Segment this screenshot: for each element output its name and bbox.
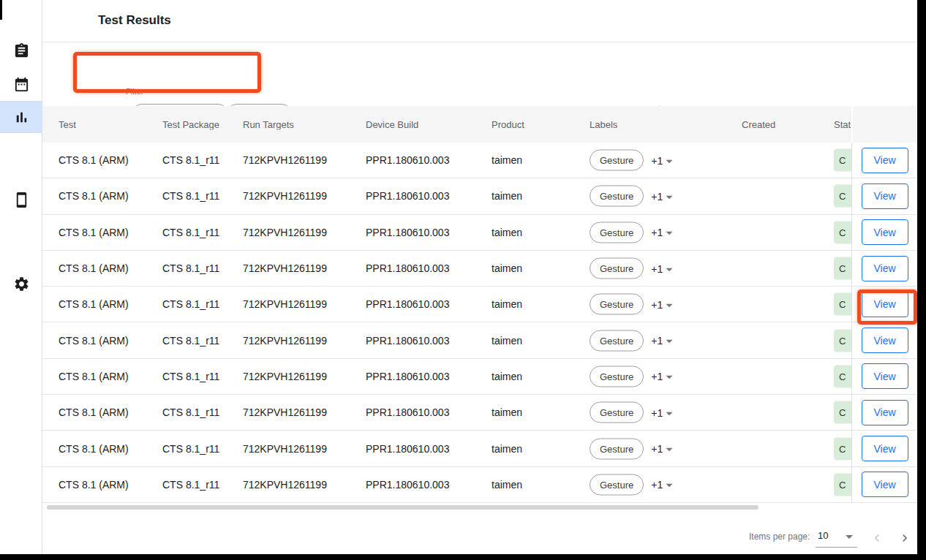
filter-toolbar: Filter CTS 8.1 (ARM) Gesture Status	[42, 42, 917, 106]
cell-labels: Gesture +1	[590, 294, 673, 315]
view-button[interactable]: View	[862, 256, 908, 281]
cell-test-package: CTS 8.1_r11	[162, 262, 219, 274]
view-column: View View View View View View View	[852, 143, 917, 503]
view-button[interactable]: View	[862, 292, 908, 317]
label-chip[interactable]: Gesture	[590, 150, 644, 171]
sidebar-item-test-results[interactable]	[0, 101, 42, 133]
view-button[interactable]: View	[862, 219, 908, 245]
table-row: CTS 8.1 (ARM) CTS 8.1_r11 712KPVH1261199…	[42, 287, 851, 322]
more-labels-dropdown[interactable]: +1	[651, 371, 673, 382]
next-page-button[interactable]	[897, 530, 913, 546]
previous-page-button[interactable]	[869, 530, 885, 546]
status-chip-truncated: C	[834, 221, 851, 243]
cell-product: taimen	[492, 371, 522, 382]
label-chip[interactable]: Gesture	[590, 474, 644, 495]
more-labels-count: +1	[651, 298, 663, 310]
cell-labels: Gesture +1	[590, 258, 673, 279]
label-chip[interactable]: Gesture	[590, 366, 644, 387]
more-labels-count: +1	[651, 406, 663, 418]
cell-device-build: PPR1.180610.003	[366, 227, 449, 238]
more-labels-dropdown[interactable]: +1	[651, 443, 673, 455]
more-labels-count: +1	[651, 443, 663, 455]
view-button[interactable]: View	[862, 436, 908, 461]
cell-test-package: CTS 8.1_r11	[162, 298, 219, 310]
more-labels-dropdown[interactable]: +1	[651, 335, 673, 347]
label-chip[interactable]: Gesture	[590, 222, 644, 243]
view-button[interactable]: View	[862, 148, 908, 173]
sidebar-item-test-plans[interactable]	[0, 34, 42, 67]
more-labels-count: +1	[651, 335, 663, 347]
status-chip-truncated: C	[834, 401, 851, 424]
label-chip[interactable]: Gesture	[590, 330, 644, 351]
view-button[interactable]: View	[862, 400, 908, 425]
cell-labels: Gesture +1	[590, 330, 673, 351]
screen-edge	[0, 554, 926, 560]
view-cell: View	[852, 322, 917, 358]
cell-run-targets: 712KPVH1261199	[243, 406, 327, 418]
cell-device-build: PPR1.180610.003	[366, 190, 449, 202]
cell-labels: Gesture +1	[590, 186, 673, 207]
table-row: CTS 8.1 (ARM) CTS 8.1_r11 712KPVH1261199…	[42, 431, 851, 466]
cell-status: C	[834, 365, 851, 387]
view-button[interactable]: View	[862, 328, 908, 353]
column-header-run-targets: Run Targets	[243, 119, 294, 130]
horizontal-scrollbar[interactable]	[47, 505, 759, 510]
cell-test: CTS 8.1 (ARM)	[59, 443, 129, 455]
cell-device-build: PPR1.180610.003	[366, 371, 449, 382]
label-chip[interactable]: Gesture	[590, 438, 644, 459]
cell-product: taimen	[492, 227, 522, 238]
chevron-down-icon	[666, 304, 673, 308]
cell-test: CTS 8.1 (ARM)	[59, 227, 129, 238]
cell-test-package: CTS 8.1_r11	[162, 190, 219, 202]
table-row: CTS 8.1 (ARM) CTS 8.1_r11 712KPVH1261199…	[42, 395, 851, 431]
sidebar-item-schedules[interactable]	[0, 68, 42, 100]
filter-field-label: Filter	[126, 87, 143, 96]
column-header-test-package: Test Package	[162, 119, 219, 130]
more-labels-dropdown[interactable]: +1	[651, 190, 673, 202]
chevron-down-icon	[666, 268, 673, 271]
status-chip-truncated: C	[834, 329, 851, 352]
more-labels-dropdown[interactable]: +1	[651, 262, 673, 274]
view-cell: View	[852, 143, 917, 178]
view-cell: View	[852, 178, 917, 214]
cell-test-package: CTS 8.1_r11	[162, 406, 219, 418]
label-chip[interactable]: Gesture	[590, 186, 644, 207]
chevron-down-icon	[666, 376, 673, 379]
view-button[interactable]: View	[862, 183, 908, 209]
more-labels-count: +1	[651, 227, 663, 238]
sidebar-item-settings[interactable]	[0, 268, 42, 300]
cell-device-build: PPR1.180610.003	[366, 298, 449, 310]
more-labels-dropdown[interactable]: +1	[651, 227, 673, 238]
cell-status: C	[834, 221, 851, 243]
view-button[interactable]: View	[862, 472, 908, 497]
cell-labels: Gesture +1	[590, 402, 673, 423]
view-cell: View	[852, 431, 917, 466]
more-labels-dropdown[interactable]: +1	[651, 479, 673, 491]
cell-test-package: CTS 8.1_r11	[162, 154, 219, 166]
table-row: CTS 8.1 (ARM) CTS 8.1_r11 712KPVH1261199…	[42, 251, 851, 287]
label-chip[interactable]: Gesture	[590, 258, 644, 279]
label-chip[interactable]: Gesture	[590, 294, 644, 315]
status-chip-truncated: C	[834, 293, 851, 316]
cell-run-targets: 712KPVH1261199	[243, 443, 327, 455]
cell-status: C	[834, 329, 851, 352]
table-row: CTS 8.1 (ARM) CTS 8.1_r11 712KPVH1261199…	[42, 143, 851, 178]
cell-run-targets: 712KPVH1261199	[243, 262, 327, 274]
more-labels-count: +1	[651, 190, 663, 202]
chevron-down-icon	[666, 412, 673, 415]
column-header-labels: Labels	[590, 119, 617, 130]
more-labels-dropdown[interactable]: +1	[651, 154, 673, 166]
cell-status: C	[834, 257, 851, 280]
status-chip-truncated: C	[834, 437, 851, 460]
items-per-page-select[interactable]: 10	[816, 529, 858, 548]
view-cell: View	[852, 287, 917, 322]
more-labels-count: +1	[651, 479, 663, 491]
cell-test: CTS 8.1 (ARM)	[59, 371, 129, 382]
more-labels-dropdown[interactable]: +1	[651, 298, 673, 310]
view-button[interactable]: View	[862, 363, 908, 389]
label-chip[interactable]: Gesture	[590, 402, 644, 423]
cell-test: CTS 8.1 (ARM)	[59, 479, 129, 491]
more-labels-dropdown[interactable]: +1	[651, 406, 673, 418]
cell-labels: Gesture +1	[590, 150, 673, 171]
sidebar-item-devices[interactable]	[0, 183, 42, 216]
